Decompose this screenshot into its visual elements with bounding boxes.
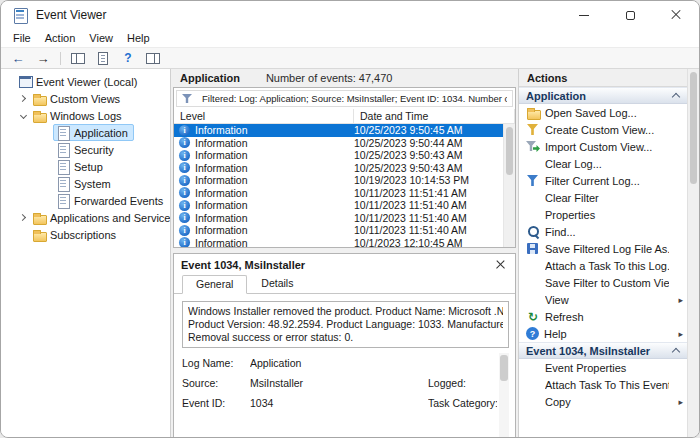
action-item[interactable]: Help ▸ bbox=[519, 325, 687, 342]
tree-expander-icon[interactable] bbox=[41, 144, 53, 156]
action-item[interactable]: Save Filtered Log File As... bbox=[519, 240, 687, 257]
actions-section-header-event[interactable]: Event 1034, MsiInstaller bbox=[519, 342, 687, 359]
tree-expander-icon[interactable] bbox=[41, 127, 53, 139]
tree-expander-icon[interactable] bbox=[17, 229, 29, 241]
tree-expander-icon[interactable] bbox=[17, 93, 29, 105]
tree-expander-icon[interactable] bbox=[41, 178, 53, 190]
detail-fields-area: Log Name: Application Source: MsiInstall… bbox=[182, 353, 509, 437]
action-item[interactable]: Attach Task To This Event... bbox=[519, 376, 687, 393]
tree-expander-icon[interactable] bbox=[17, 212, 29, 224]
action-label: Help bbox=[544, 328, 669, 340]
menu-item[interactable]: Help bbox=[120, 30, 157, 46]
event-list-box: Filtered: Log: Application; Source: MsiI… bbox=[173, 87, 516, 248]
event-row[interactable]: Information 10/11/2023 11:51:40 AM bbox=[174, 224, 503, 237]
detail-header: Event 1034, MsiInstaller bbox=[174, 254, 515, 275]
tree-item[interactable]: Security bbox=[1, 141, 170, 158]
event-row[interactable]: Information 10/25/2023 9:50:43 AM bbox=[174, 149, 503, 162]
event-row[interactable]: Information 10/11/2023 11:51:40 AM bbox=[174, 212, 503, 225]
close-icon bbox=[671, 10, 681, 20]
action-item[interactable]: Import Custom View... bbox=[519, 138, 687, 155]
action-icon bbox=[526, 208, 540, 221]
scrollbar-thumb[interactable] bbox=[500, 355, 508, 381]
action-label: Save Filter to Custom View... bbox=[545, 277, 669, 289]
tree-expander-icon[interactable] bbox=[41, 161, 53, 173]
menu-item[interactable]: File bbox=[6, 30, 38, 46]
event-row[interactable]: Information 10/25/2023 9:50:43 AM bbox=[174, 162, 503, 175]
actions-scrollbar[interactable] bbox=[687, 69, 699, 437]
tree-item[interactable]: System bbox=[1, 175, 170, 192]
action-item[interactable]: Attach a Task To this Log... bbox=[519, 257, 687, 274]
event-level-cell: Information bbox=[174, 211, 354, 224]
event-row[interactable]: Information 10/11/2023 11:51:41 AM bbox=[174, 187, 503, 200]
scrollbar-thumb[interactable] bbox=[506, 127, 513, 175]
show-console-tree-button[interactable] bbox=[67, 49, 89, 67]
tree-expander-icon[interactable] bbox=[41, 195, 53, 207]
event-row[interactable]: Information 10/11/2023 11:51:40 AM bbox=[174, 199, 503, 212]
event-row[interactable]: Information 10/19/2023 10:14:53 PM bbox=[174, 174, 503, 187]
minimize-button[interactable] bbox=[561, 1, 607, 29]
action-item[interactable]: Clear Filter bbox=[519, 189, 687, 206]
action-item[interactable]: Copy ▸ bbox=[519, 393, 687, 410]
titlebar: Event Viewer bbox=[1, 1, 699, 29]
event-level-cell: Information bbox=[174, 174, 354, 187]
tree-item[interactable]: Forwarded Events bbox=[1, 192, 170, 209]
tree-item[interactable]: Setup bbox=[1, 158, 170, 175]
help-button[interactable] bbox=[117, 49, 139, 67]
forward-button[interactable] bbox=[32, 49, 54, 67]
event-row[interactable]: Information 10/1/2023 12:10:45 AM bbox=[174, 237, 503, 248]
tree-item[interactable]: Application bbox=[1, 124, 170, 141]
console-tree-icon bbox=[71, 53, 85, 64]
field-value: MsiInstaller bbox=[250, 377, 428, 389]
event-row[interactable]: Information 10/25/2023 9:50:44 AM bbox=[174, 137, 503, 150]
tree-item[interactable]: Applications and Services Logs bbox=[1, 209, 170, 226]
tree-item-label: Custom Views bbox=[50, 93, 120, 105]
show-action-pane-button[interactable] bbox=[142, 49, 164, 67]
action-item[interactable]: Event Properties bbox=[519, 359, 687, 376]
back-button[interactable] bbox=[7, 49, 29, 67]
event-level-cell: Information bbox=[174, 236, 354, 247]
action-item[interactable]: Save Filter to Custom View... bbox=[519, 274, 687, 291]
action-icon bbox=[526, 293, 540, 306]
toolbar-separator bbox=[60, 52, 61, 65]
detail-tab[interactable]: Details bbox=[247, 274, 307, 293]
maximize-button[interactable] bbox=[607, 1, 653, 29]
tree-node-icon bbox=[56, 160, 70, 173]
action-item[interactable]: View ▸ bbox=[519, 291, 687, 308]
action-item[interactable]: Filter Current Log... bbox=[519, 172, 687, 189]
action-label: Attach Task To This Event... bbox=[545, 379, 669, 391]
action-item[interactable]: Properties bbox=[519, 206, 687, 223]
menu-item[interactable]: Action bbox=[38, 30, 83, 46]
action-item[interactable]: Open Saved Log... bbox=[519, 104, 687, 121]
action-label: Copy bbox=[545, 396, 669, 408]
action-item[interactable]: Create Custom View... bbox=[519, 121, 687, 138]
action-item[interactable]: Find... bbox=[519, 223, 687, 240]
tree-item[interactable]: Windows Logs bbox=[1, 107, 170, 124]
close-button[interactable] bbox=[653, 1, 699, 29]
event-datetime: 10/25/2023 9:50:43 AM bbox=[354, 162, 503, 174]
column-header-datetime[interactable]: Date and Time bbox=[354, 109, 515, 123]
fields-scrollbar[interactable] bbox=[499, 353, 509, 437]
tree-item-box: Event Viewer (Local) bbox=[15, 73, 143, 90]
detail-tab[interactable]: General bbox=[182, 275, 247, 294]
column-header-level[interactable]: Level bbox=[174, 109, 354, 123]
tree-expander-icon[interactable] bbox=[17, 110, 29, 122]
information-icon bbox=[179, 125, 190, 136]
tree-expander-icon[interactable] bbox=[3, 76, 15, 88]
export-list-button[interactable] bbox=[92, 49, 114, 67]
tree-item[interactable]: Custom Views bbox=[1, 90, 170, 107]
action-item[interactable]: Clear Log... bbox=[519, 155, 687, 172]
event-row[interactable]: Information 10/25/2023 9:50:45 AM bbox=[174, 124, 503, 137]
tree-item[interactable]: Subscriptions bbox=[1, 226, 170, 243]
actions-pane-title: Actions bbox=[519, 69, 687, 87]
tree-item-label: Security bbox=[74, 144, 114, 156]
detail-field-row: Log Name: Application bbox=[182, 353, 497, 373]
action-item[interactable]: Refresh bbox=[519, 308, 687, 325]
action-label: Refresh bbox=[545, 311, 669, 323]
table-vertical-scrollbar[interactable] bbox=[503, 124, 515, 247]
tree-item[interactable]: Event Viewer (Local) bbox=[1, 73, 170, 90]
action-label: Clear Log... bbox=[545, 158, 669, 170]
menu-item[interactable]: View bbox=[82, 30, 120, 46]
detail-close-button[interactable] bbox=[492, 257, 508, 273]
scrollbar-thumb[interactable] bbox=[690, 72, 697, 184]
actions-section-header-application[interactable]: Application bbox=[519, 87, 687, 104]
